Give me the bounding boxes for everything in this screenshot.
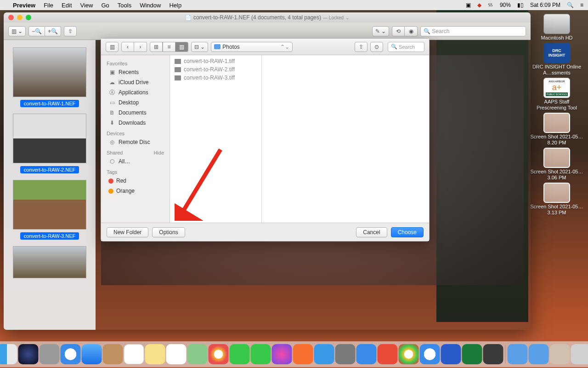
menu-tools[interactable]: Tools [118,2,131,9]
desktop-item-screenshot[interactable]: Screen Shot 2021-05…3.06 PM [529,148,584,181]
menu-help[interactable]: Help [169,2,181,9]
locked-label[interactable]: — Locked [323,15,344,20]
sidebar-item-remotedisc[interactable]: ◎Remote Disc [101,137,170,147]
dock-reminders[interactable] [166,344,187,364]
dock-facetime[interactable] [251,344,271,364]
status-icon[interactable]: ◆ [477,2,481,8]
dock-siri[interactable] [18,344,39,364]
dock-safari2[interactable] [420,344,440,364]
sidebar-tag-red[interactable]: Red [101,176,170,186]
dock-itunes[interactable] [272,344,292,364]
dock-notes[interactable] [145,344,165,364]
column-view-button[interactable]: ▥ [175,42,188,52]
spotlight-icon[interactable]: 🔍 [567,2,574,8]
menu-view[interactable]: View [80,2,93,9]
app-menu[interactable]: Preview [13,2,35,9]
dock-launchpad[interactable] [40,344,60,364]
menu-file[interactable]: File [44,2,53,9]
sidebar-item-icloud[interactable]: ☁iCloud Drive [101,77,170,87]
dock-messages[interactable] [230,344,250,364]
chevron-down-icon[interactable]: ⌄ [345,15,349,20]
dock-photos[interactable] [209,344,229,364]
cancel-button[interactable]: Cancel [356,227,387,237]
menu-go[interactable]: Go [101,2,109,9]
dock-prefs[interactable] [335,344,356,364]
sidebar-item-recents[interactable]: ▣Recents [101,67,170,77]
back-button[interactable]: ‹ [121,42,134,52]
group-button[interactable]: ⊟ ⌄ [191,42,208,52]
dock-excel[interactable] [462,344,482,364]
sidebar-item-documents[interactable]: 🗎Documents [101,108,170,118]
thumbnail[interactable] [13,246,86,278]
file-column[interactable]: convert-to-RAW-1.tiff convert-to-RAW-2.t… [170,55,262,223]
thumbnail[interactable]: convert-to-RAW-3.NEF [13,180,86,240]
sidebar-toggle[interactable]: ▥ ⌄ [8,26,26,36]
dock-mail[interactable] [82,344,102,364]
dock-word[interactable] [441,344,461,364]
dock-finder[interactable] [0,344,17,364]
dock-calendar[interactable] [124,344,144,364]
dock-folder[interactable] [508,344,528,364]
thumbnail-sidebar[interactable]: convert-to-RAW-1.NEF convert-to-RAW-2.NE… [4,40,96,330]
thumbnail[interactable]: convert-to-RAW-2.NEF [13,114,86,173]
file-row[interactable]: convert-to-RAW-2.tiff [170,65,261,74]
sidebar-tag-orange[interactable]: Orange [101,186,170,196]
aaps-icon: ANN ARBORa+PUBLIC SCHOOLS [543,78,570,98]
share-button[interactable]: ⇧ [355,42,368,52]
file-row[interactable]: convert-to-RAW-1.tiff [170,57,261,65]
dock-screenshot[interactable] [550,344,570,364]
dock-downloads[interactable] [529,344,549,364]
dock-contacts[interactable] [103,344,123,364]
icon-view-button[interactable]: ⊞ [150,42,163,52]
dock-zoom[interactable] [356,344,377,364]
file-row[interactable]: convert-to-RAW-3.tiff [170,74,261,82]
sidebar-item-downloads[interactable]: ⬇Downloads [101,118,170,128]
highlight-button[interactable]: ◉ [405,26,418,36]
sidebar-item-applications[interactable]: ⒶApplications [101,87,170,98]
list-view-button[interactable]: ≡ [163,42,175,52]
sidebar-item-desktop[interactable]: ▭Desktop [101,98,170,108]
share-button[interactable]: ⇧ [64,26,77,36]
panel-search[interactable]: 🔍 Search [388,42,424,52]
forward-button[interactable]: › [134,42,147,52]
titlebar[interactable]: 📄 convert-to-RAW-1.NEF (4 documents, 4 t… [4,12,531,23]
dock-maps[interactable] [187,344,208,364]
clock[interactable]: Sat 6:09 PM [530,2,560,8]
options-button[interactable]: Options [152,227,185,237]
dock-books[interactable] [293,344,313,364]
wifi-icon[interactable]: ᯾ [488,2,493,8]
close-icon[interactable] [8,15,14,20]
thumbnail[interactable]: convert-to-RAW-1.NEF [13,47,86,107]
tags-button[interactable]: ⊙ [370,42,383,52]
desktop-item-aaps[interactable]: ANN ARBORa+PUBLIC SCHOOLSAAPS Staff Pres… [529,78,584,111]
sidebar-item-all[interactable]: ⬡All… [101,156,170,167]
folder-popup[interactable]: Photos ⌃⌄ [211,42,293,52]
apps-icon: Ⓐ [108,89,116,96]
search-field[interactable]: 🔍 Search [420,26,526,36]
dock-safari[interactable] [61,344,81,364]
minimize-icon[interactable] [17,15,23,20]
choose-button[interactable]: Choose [391,227,424,237]
zoom-out-button[interactable]: −🔍 [28,26,45,36]
dock-app2[interactable] [483,344,503,364]
new-folder-button[interactable]: New Folder [107,227,148,237]
dock-trash[interactable] [571,344,588,364]
rotate-button[interactable]: ⟲ [392,26,405,36]
zoom-in-button[interactable]: +🔍 [45,26,61,36]
zoom-icon[interactable] [26,15,31,20]
notification-center-icon[interactable]: ≡ [580,2,583,8]
desktop-item-screenshot[interactable]: Screen Shot 2021-05…8.20 PM [529,113,584,146]
desktop-item-hdd[interactable]: Macintosh HD [529,14,584,41]
dock-appstore[interactable] [314,344,334,364]
markup-button[interactable]: ✎ ⌄ [372,26,389,36]
facetime-icon[interactable]: ▣ [466,2,471,8]
menu-window[interactable]: Window [140,2,161,9]
desktop-item-drc[interactable]: DRCINSIGHTDRC INSIGHT Online A…ssments [529,43,584,76]
dock-chrome[interactable] [399,344,419,364]
menu-edit[interactable]: Edit [62,2,72,9]
battery-icon[interactable]: ▮▯ [517,2,524,8]
desktop-item-screenshot[interactable]: Screen Shot 2021-05…3.13 PM [529,183,584,216]
dock-app[interactable] [378,344,398,364]
hide-button[interactable]: Hide [153,150,164,155]
panel-sidebar-toggle[interactable]: ▥ [106,42,119,52]
